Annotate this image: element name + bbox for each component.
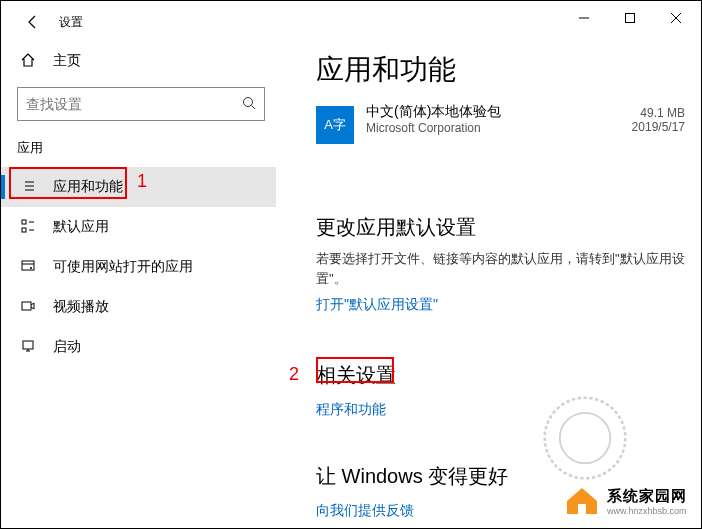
default-apps-link[interactable]: 打开"默认应用设置" <box>316 296 438 314</box>
svg-rect-25 <box>578 504 586 514</box>
startup-icon <box>17 338 39 357</box>
annotation-number-2: 2 <box>289 364 299 385</box>
watermark-text-cn: 系统家园网 <box>607 487 687 506</box>
search-icon <box>242 96 256 113</box>
svg-line-5 <box>252 105 256 109</box>
back-button[interactable] <box>21 10 45 34</box>
sidebar-item-label: 视频播放 <box>53 298 109 316</box>
app-item-date: 2019/5/17 <box>632 120 685 134</box>
defaults-icon <box>17 218 39 237</box>
app-list-item[interactable]: A字 中文(简体)本地体验包 Microsoft Corporation 49.… <box>316 95 685 154</box>
close-button[interactable] <box>653 3 699 33</box>
sidebar-item-label: 应用和功能 <box>53 178 123 196</box>
sidebar-item-label: 默认应用 <box>53 218 109 236</box>
sidebar-home[interactable]: 主页 <box>17 43 276 79</box>
svg-point-18 <box>30 267 32 269</box>
content-area: 应用和功能 A字 中文(简体)本地体验包 Microsoft Corporati… <box>276 43 701 528</box>
svg-rect-16 <box>22 261 34 270</box>
sidebar: 主页 应用 应用和功能 默认应用 可使用网站打开的应用 <box>1 43 276 528</box>
maximize-button[interactable] <box>607 3 653 33</box>
house-icon <box>565 486 599 516</box>
circular-watermark <box>543 396 627 480</box>
window-title: 设置 <box>59 14 83 31</box>
svg-rect-19 <box>22 302 31 310</box>
home-label: 主页 <box>53 52 81 70</box>
default-apps-title: 更改应用默认设置 <box>316 214 685 241</box>
sidebar-item-startup[interactable]: 启动 <box>17 327 276 367</box>
sidebar-section-header: 应用 <box>17 139 276 157</box>
app-item-name: 中文(简体)本地体验包 <box>366 103 632 121</box>
watermark-logo: 系统家园网 www.hnzxhbsb.com <box>565 486 687 516</box>
minimize-button[interactable] <box>561 3 607 33</box>
svg-point-24 <box>560 413 610 463</box>
sidebar-item-default-apps[interactable]: 默认应用 <box>17 207 276 247</box>
list-icon <box>17 178 39 197</box>
annotation-number-1: 1 <box>137 171 147 192</box>
svg-rect-1 <box>626 14 635 23</box>
search-box[interactable] <box>17 87 265 121</box>
home-icon <box>17 52 39 71</box>
page-title: 应用和功能 <box>316 51 685 89</box>
app-item-icon: A字 <box>316 106 354 144</box>
sidebar-item-label: 可使用网站打开的应用 <box>53 258 193 276</box>
default-apps-desc: 若要选择打开文件、链接等内容的默认应用，请转到"默认应用设置"。 <box>316 249 685 288</box>
svg-rect-14 <box>22 228 26 232</box>
svg-rect-20 <box>23 341 33 349</box>
programs-features-link[interactable]: 程序和功能 <box>316 401 386 419</box>
video-icon <box>17 298 39 317</box>
watermark-text-en: www.hnzxhbsb.com <box>607 506 687 516</box>
feedback-link[interactable]: 向我们提供反馈 <box>316 502 414 520</box>
related-settings-title: 相关设置 <box>316 362 685 389</box>
svg-point-23 <box>545 398 626 479</box>
svg-point-4 <box>244 97 253 106</box>
sidebar-item-apps-for-websites[interactable]: 可使用网站打开的应用 <box>17 247 276 287</box>
app-item-size: 49.1 MB <box>632 106 685 120</box>
window-controls <box>561 3 699 33</box>
app-item-publisher: Microsoft Corporation <box>366 121 632 135</box>
sidebar-item-label: 启动 <box>53 338 81 356</box>
search-input[interactable] <box>26 96 242 112</box>
website-apps-icon <box>17 258 39 277</box>
svg-rect-12 <box>22 220 26 224</box>
sidebar-item-video-playback[interactable]: 视频播放 <box>17 287 276 327</box>
